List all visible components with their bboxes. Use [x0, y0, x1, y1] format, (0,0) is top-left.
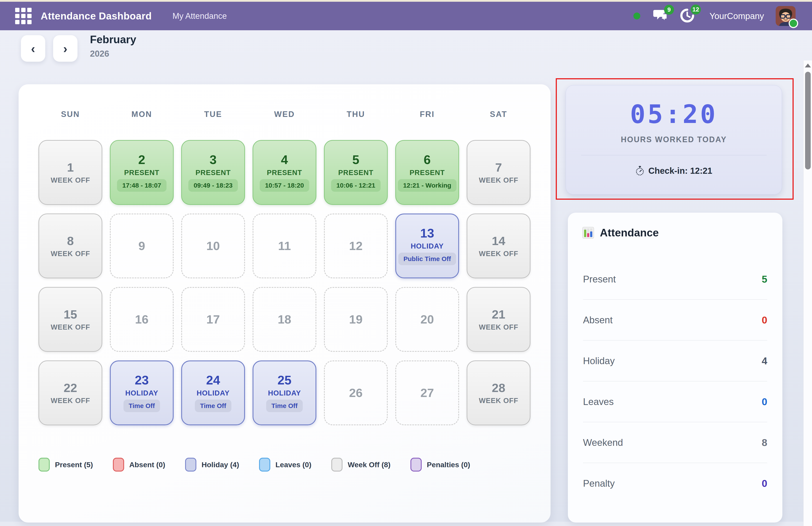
legend-label: Holiday (4) — [202, 461, 239, 469]
day-cell-2[interactable]: 2PRESENT17:48 - 18:07 — [110, 140, 174, 205]
day-cell-17[interactable]: 17 — [181, 287, 245, 352]
day-cell-11[interactable]: 11 — [252, 213, 316, 279]
day-cell-28[interactable]: 28WEEK OFF — [467, 360, 531, 425]
day-cell-6[interactable]: 6PRESENT12:21 - Working — [395, 140, 459, 205]
day-status-label: PRESENT — [124, 169, 159, 176]
day-header-sun: SUN — [39, 110, 102, 119]
day-number: 13 — [420, 227, 434, 239]
day-cell-4[interactable]: 4PRESENT10:57 - 18:20 — [252, 140, 316, 205]
day-status-label: HOLIDAY — [197, 389, 229, 396]
messages-button[interactable]: 9 — [653, 9, 668, 23]
day-cell-5[interactable]: 5PRESENT10:06 - 12:21 — [324, 140, 388, 205]
day-cell-16[interactable]: 16 — [110, 287, 174, 352]
presence-green-dot-icon[interactable] — [633, 13, 640, 19]
scrollbar-thumb[interactable] — [805, 72, 811, 169]
day-number: 15 — [63, 309, 77, 320]
legend-item: Week Off (8) — [331, 458, 391, 471]
stat-value: 8 — [762, 437, 767, 448]
day-badge: 12:21 - Working — [398, 179, 456, 192]
app-title: Attendance Dashboard — [41, 10, 152, 22]
activities-button[interactable]: 12 — [680, 9, 694, 24]
day-status-label: HOLIDAY — [268, 389, 301, 396]
stat-label: Holiday — [583, 356, 615, 366]
day-cell-14[interactable]: 14WEEK OFF — [467, 213, 531, 279]
day-cell-24[interactable]: 24HOLIDAYTime Off — [181, 360, 245, 425]
stat-label: Weekend — [583, 437, 623, 448]
calendar-legend: Present (5)Absent (0)Holiday (4)Leaves (… — [39, 454, 470, 475]
day-cell-23[interactable]: 23HOLIDAYTime Off — [110, 360, 174, 425]
day-status-label: WEEK OFF — [479, 324, 518, 331]
day-badge: 17:48 - 18:07 — [117, 179, 166, 192]
day-number: 12 — [349, 240, 362, 252]
day-cell-9[interactable]: 9 — [110, 213, 174, 279]
day-number: 22 — [63, 382, 77, 394]
legend-item: Penalties (0) — [410, 458, 470, 471]
company-switcher[interactable]: YourCompany — [710, 11, 764, 21]
day-number: 20 — [420, 313, 434, 326]
legend-label: Week Off (8) — [348, 461, 391, 469]
day-cell-26[interactable]: 26 — [324, 360, 388, 425]
day-number: 14 — [492, 235, 505, 247]
day-cell-15[interactable]: 15WEEK OFF — [39, 287, 102, 352]
day-status-label: WEEK OFF — [479, 177, 518, 184]
day-status-label: PRESENT — [267, 169, 302, 176]
day-status-label: WEEK OFF — [479, 397, 518, 404]
day-number: 11 — [278, 240, 291, 252]
day-cell-22[interactable]: 22WEEK OFF — [39, 360, 102, 425]
day-number: 24 — [206, 374, 220, 386]
bar-chart-icon — [582, 227, 594, 239]
day-cell-25[interactable]: 25HOLIDAYTime Off — [252, 360, 316, 425]
avatar-online-status-dot — [789, 19, 798, 28]
checkin-time-text: Check-in: 12:21 — [648, 166, 712, 176]
legend-item: Holiday (4) — [185, 458, 239, 471]
day-cell-8[interactable]: 8WEEK OFF — [39, 213, 102, 279]
legend-swatch — [113, 458, 124, 471]
day-number: 28 — [492, 382, 505, 394]
day-cell-27[interactable]: 27 — [395, 360, 459, 425]
day-number: 7 — [495, 162, 502, 174]
day-status-label: PRESENT — [409, 169, 445, 176]
scrollbar-up-arrow-icon[interactable] — [805, 63, 811, 67]
stat-row-present: Present5 — [583, 259, 767, 299]
day-cell-13[interactable]: 13HOLIDAYPublic Time Off — [395, 213, 459, 279]
legend-label: Present (5) — [55, 461, 93, 469]
hours-worked-time: 05:20 — [630, 99, 717, 129]
day-number: 2 — [138, 153, 145, 166]
day-cell-3[interactable]: 3PRESENT09:49 - 18:23 — [181, 140, 245, 205]
day-status-label: WEEK OFF — [50, 324, 90, 331]
day-cell-21[interactable]: 21WEEK OFF — [467, 287, 531, 352]
day-number: 26 — [349, 387, 362, 399]
day-status-label: HOLIDAY — [125, 389, 158, 396]
apps-grid-icon[interactable] — [15, 8, 32, 24]
day-cell-10[interactable]: 10 — [181, 213, 245, 279]
legend-swatch — [185, 458, 197, 471]
day-cell-7[interactable]: 7WEEK OFF — [467, 140, 531, 205]
day-status-label: PRESENT — [338, 169, 374, 176]
stat-row-penalty: Penalty0 — [583, 463, 767, 504]
day-number: 27 — [420, 387, 434, 399]
next-month-button[interactable]: › — [53, 35, 78, 62]
stopwatch-icon — [635, 166, 644, 176]
day-cell-1[interactable]: 1WEEK OFF — [39, 140, 102, 205]
day-badge: Time Off — [195, 400, 231, 412]
day-status-label: WEEK OFF — [50, 177, 90, 184]
stat-label: Present — [583, 274, 616, 285]
user-avatar[interactable] — [776, 6, 796, 26]
stats-title-row: Attendance — [582, 226, 659, 239]
stats-card-title: Attendance — [600, 226, 659, 239]
day-cell-20[interactable]: 20 — [395, 287, 459, 352]
day-badge: Time Off — [124, 400, 160, 412]
day-number: 1 — [67, 162, 74, 174]
legend-item: Present (5) — [39, 458, 93, 471]
menu-item-my-attendance[interactable]: My Attendance — [173, 12, 227, 21]
legend-label: Absent (0) — [129, 461, 165, 469]
previous-month-button[interactable]: ‹ — [21, 35, 45, 62]
day-cell-18[interactable]: 18 — [252, 287, 316, 352]
day-badge: 10:06 - 12:21 — [331, 179, 380, 192]
day-number: 16 — [135, 313, 148, 326]
day-badge: Public Time Off — [398, 253, 456, 265]
day-cell-12[interactable]: 12 — [324, 213, 388, 279]
day-status-label: HOLIDAY — [411, 242, 444, 250]
day-status-label: WEEK OFF — [50, 250, 90, 257]
day-cell-19[interactable]: 19 — [324, 287, 388, 352]
